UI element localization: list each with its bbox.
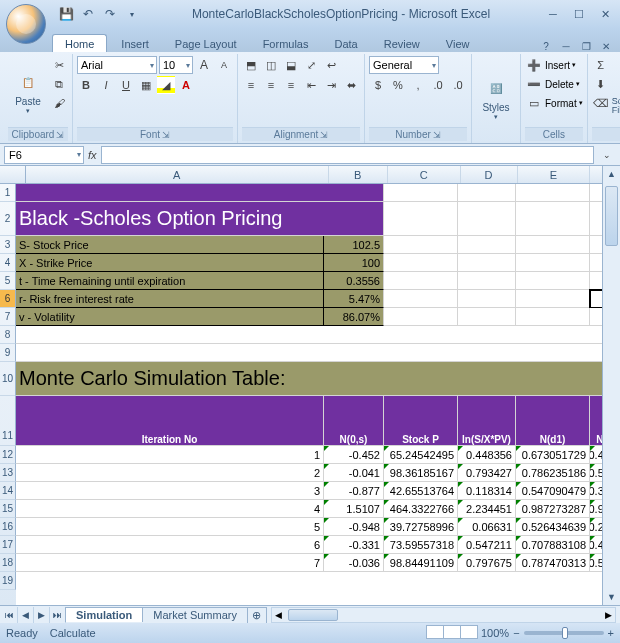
ribbon-help-icon[interactable]: ? [538, 40, 554, 52]
align-top-icon[interactable]: ⬒ [242, 56, 260, 74]
cell-d3[interactable] [458, 236, 516, 254]
cell-e11[interactable]: N(d1) [516, 396, 590, 446]
cell-n0s[interactable]: -0.948 [324, 518, 384, 536]
currency-icon[interactable]: $ [369, 76, 387, 94]
row-header-18[interactable]: 18 [0, 554, 16, 572]
cell-b3[interactable]: 102.5 [324, 236, 384, 254]
sort-filter-button[interactable]: ⇅ Sort & Filter [612, 56, 620, 127]
vscroll-thumb[interactable] [605, 186, 618, 246]
tab-formulas[interactable]: Formulas [251, 35, 321, 52]
cell-a3[interactable]: S- Stock Price [16, 236, 324, 254]
row-header-19[interactable]: 19 [0, 572, 16, 590]
tab-home[interactable]: Home [52, 34, 107, 52]
align-center-icon[interactable]: ≡ [262, 76, 280, 94]
cell-iter[interactable]: 6 [16, 536, 324, 554]
horizontal-scrollbar[interactable]: ◀ ▶ [271, 607, 616, 623]
copy-icon[interactable]: ⧉ [50, 75, 68, 93]
name-box[interactable]: F6 [4, 146, 84, 164]
row-header-12[interactable]: 12 [0, 446, 16, 464]
zoom-slider-thumb[interactable] [562, 627, 568, 639]
cell-n0s[interactable]: -0.041 [324, 464, 384, 482]
maximize-button[interactable]: ☐ [568, 6, 590, 22]
cell-row8[interactable] [16, 326, 620, 344]
align-bottom-icon[interactable]: ⬓ [282, 56, 300, 74]
cell-a1[interactable] [16, 184, 384, 202]
cell-c4[interactable] [384, 254, 458, 272]
minimize-button[interactable]: ─ [542, 6, 564, 22]
cell-n0s[interactable]: -0.331 [324, 536, 384, 554]
grow-font-icon[interactable]: A [195, 56, 213, 74]
save-icon[interactable]: 💾 [58, 6, 74, 22]
orientation-icon[interactable]: ⤢ [302, 56, 320, 74]
cell-c6[interactable] [384, 290, 458, 308]
comma-icon[interactable]: , [409, 76, 427, 94]
tab-nav-first-icon[interactable]: ⏮ [2, 607, 18, 623]
close-button[interactable]: ✕ [594, 6, 616, 22]
vertical-scrollbar[interactable]: ▲ ▼ [602, 166, 620, 605]
cell-nd1[interactable]: 0.787470313 [516, 554, 590, 572]
cell-a7[interactable]: v - Volatility [16, 308, 324, 326]
qat-more-icon[interactable]: ▾ [124, 6, 140, 22]
percent-icon[interactable]: % [389, 76, 407, 94]
scroll-down-icon[interactable]: ▼ [603, 589, 620, 605]
cell-e6[interactable] [516, 290, 590, 308]
cell-a11[interactable]: Iteration No [16, 396, 324, 446]
row-header-2[interactable]: 2 [0, 202, 16, 236]
cell-b5[interactable]: 0.3556 [324, 272, 384, 290]
sheet-tab-market-summary[interactable]: Market Summary [142, 607, 248, 622]
cell-a4[interactable]: X - Strike Price [16, 254, 324, 272]
font-name-dropdown[interactable]: Arial [77, 56, 157, 74]
row-header-10[interactable]: 10 [0, 362, 16, 396]
cell-ln[interactable]: 2.234451 [458, 500, 516, 518]
cell-stockp[interactable]: 73.59557318 [384, 536, 458, 554]
cell-d5[interactable] [458, 272, 516, 290]
tab-nav-prev-icon[interactable]: ◀ [18, 607, 34, 623]
row-header-17[interactable]: 17 [0, 536, 16, 554]
row-header-6[interactable]: 6 [0, 290, 16, 308]
scroll-right-icon[interactable]: ▶ [601, 608, 615, 622]
col-header-a[interactable]: A [26, 166, 329, 183]
formula-expand-icon[interactable]: ⌄ [598, 146, 616, 164]
row-header-4[interactable]: 4 [0, 254, 16, 272]
cell-d4[interactable] [458, 254, 516, 272]
borders-icon[interactable]: ▦ [137, 76, 155, 94]
cell-b7[interactable]: 86.07% [324, 308, 384, 326]
row-header-3[interactable]: 3 [0, 236, 16, 254]
cell-b11[interactable]: N(0,s) [324, 396, 384, 446]
cells-grid[interactable]: Black -Scholes Option Pricing S- Stock P… [16, 184, 620, 605]
wrap-text-icon[interactable]: ↩ [322, 56, 340, 74]
merge-center-icon[interactable]: ⬌ [342, 76, 360, 94]
cell-e5[interactable] [516, 272, 590, 290]
cell-ln[interactable]: 0.547211 [458, 536, 516, 554]
tab-insert[interactable]: Insert [109, 35, 161, 52]
cell-d6[interactable] [458, 290, 516, 308]
cell-iter[interactable]: 5 [16, 518, 324, 536]
cell-e7[interactable] [516, 308, 590, 326]
hscroll-thumb[interactable] [288, 609, 338, 621]
cell-d7[interactable] [458, 308, 516, 326]
cell-e1[interactable] [516, 184, 590, 202]
cell-b6[interactable]: 5.47% [324, 290, 384, 308]
tab-review[interactable]: Review [372, 35, 432, 52]
cell-stockp[interactable]: 98.36185167 [384, 464, 458, 482]
cell-c1[interactable] [384, 184, 458, 202]
cell-nd1[interactable]: 0.547090479 [516, 482, 590, 500]
align-middle-icon[interactable]: ◫ [262, 56, 280, 74]
col-header-b[interactable]: B [329, 166, 388, 183]
cell-iter[interactable]: 2 [16, 464, 324, 482]
select-all-corner[interactable] [0, 166, 26, 183]
row-header-8[interactable]: 8 [0, 326, 16, 344]
delete-cells-button[interactable]: ➖Delete▾ [525, 75, 583, 93]
cell-stockp[interactable]: 98.84491109 [384, 554, 458, 572]
undo-icon[interactable]: ↶ [80, 6, 96, 22]
scroll-up-icon[interactable]: ▲ [603, 166, 620, 182]
cell-ln[interactable]: 0.797675 [458, 554, 516, 572]
cell-stockp[interactable]: 65.24542495 [384, 446, 458, 464]
cell-nd1[interactable]: 0.786235186 [516, 464, 590, 482]
increase-decimal-icon[interactable]: .0 [429, 76, 447, 94]
cell-a5[interactable]: t - Time Remaining until expiration [16, 272, 324, 290]
font-launcher-icon[interactable]: ⇲ [162, 130, 170, 140]
zoom-out-icon[interactable]: − [513, 627, 519, 639]
cell-c11[interactable]: Stock P [384, 396, 458, 446]
cell-ln[interactable]: 0.793427 [458, 464, 516, 482]
